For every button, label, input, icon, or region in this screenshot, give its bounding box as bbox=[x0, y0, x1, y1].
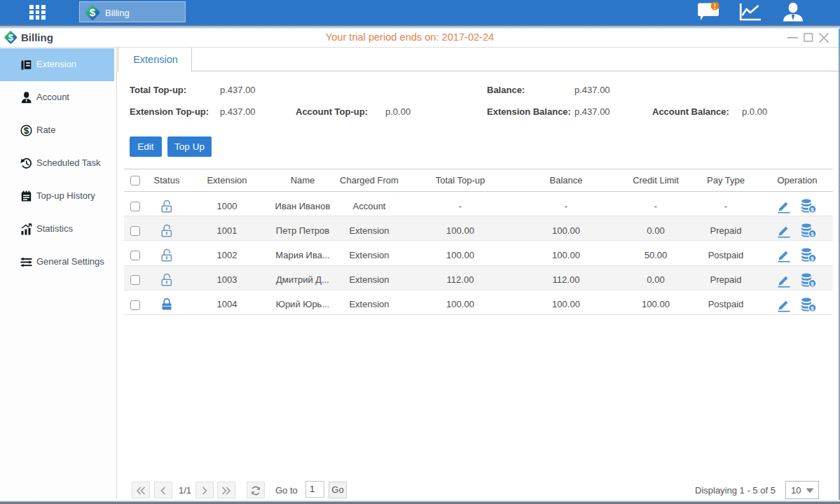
svg-text:$: $ bbox=[811, 305, 814, 312]
svg-text:$: $ bbox=[811, 255, 814, 262]
svg-text:!: ! bbox=[714, 3, 716, 10]
svg-text:$: $ bbox=[811, 206, 814, 213]
svg-text:$: $ bbox=[90, 6, 96, 18]
svg-text:$: $ bbox=[811, 231, 814, 237]
svg-text:$: $ bbox=[24, 125, 29, 136]
svg-text:$: $ bbox=[811, 281, 814, 287]
